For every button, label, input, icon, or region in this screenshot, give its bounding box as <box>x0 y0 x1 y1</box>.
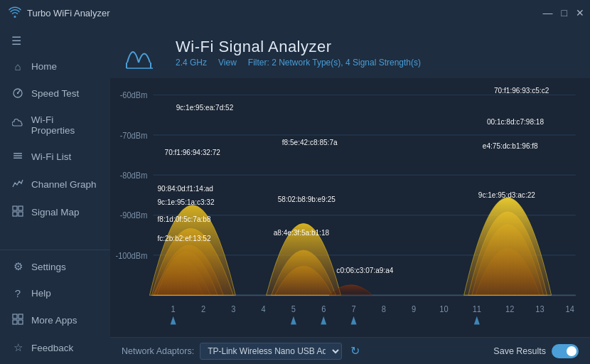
sidebar-item-settings[interactable]: ⚙ Settings <box>0 253 110 280</box>
svg-text:-70dBm: -70dBm <box>120 130 148 141</box>
svg-text:6: 6 <box>321 304 326 314</box>
svg-text:58:02:b8:9b:e9:25: 58:02:b8:9b:e9:25 <box>278 194 336 203</box>
svg-text:9: 9 <box>412 304 416 314</box>
svg-rect-8 <box>18 212 23 216</box>
chart-container: -60dBm -70dBm -80dBm -90dBm -100dBm <box>110 78 590 337</box>
refresh-button[interactable]: ↻ <box>350 344 360 358</box>
filter-link[interactable]: Filter: 2 Network Type(s), 4 Signal Stre… <box>248 58 421 68</box>
sidebar-item-label: Speed Test <box>31 88 79 99</box>
svg-rect-11 <box>13 320 17 324</box>
page-title: Wi-Fi Signal Analyzer <box>176 38 421 56</box>
svg-text:14: 14 <box>566 304 575 314</box>
svg-rect-10 <box>18 314 23 318</box>
svg-text:-100dBm: -100dBm <box>115 250 147 261</box>
svg-text:7: 7 <box>351 304 355 314</box>
svg-rect-14 <box>150 63 151 68</box>
svg-text:1: 1 <box>171 304 176 314</box>
svg-text:e4:75:dc:b1:96:f8: e4:75:dc:b1:96:f8 <box>483 141 538 150</box>
sidebar-item-label: Signal Map <box>31 207 80 218</box>
svg-text:-60dBm: -60dBm <box>120 90 148 100</box>
sidebar-item-wifi-properties[interactable]: Wi-Fi Properties <box>0 107 110 143</box>
more-apps-icon <box>11 314 24 327</box>
svg-rect-13 <box>126 63 127 68</box>
svg-text:13: 13 <box>535 304 545 314</box>
sidebar-item-help[interactable]: ? Help <box>0 280 110 306</box>
adaptor-select[interactable]: TP-Link Wireless Nano USB Adapter <box>200 343 342 360</box>
view-link[interactable]: View <box>218 58 237 68</box>
cloud-icon <box>11 119 24 132</box>
sidebar-item-label: Wi-Fi Properties <box>31 114 99 136</box>
header-text: Wi-Fi Signal Analyzer 2.4 GHz View Filte… <box>176 38 421 68</box>
svg-text:00:1c:8d:c7:98:18: 00:1c:8d:c7:98:18 <box>487 117 544 126</box>
sidebar-item-channel-graph[interactable]: Channel Graph <box>0 171 110 198</box>
home-icon: ⌂ <box>11 60 24 73</box>
svg-text:a8:4e:3f:5a:b1:18: a8:4e:3f:5a:b1:18 <box>274 228 329 237</box>
content-header: Wi-Fi Signal Analyzer 2.4 GHz View Filte… <box>110 26 590 78</box>
svg-rect-5 <box>13 206 17 210</box>
sidebar-item-label: Settings <box>31 262 66 272</box>
close-button[interactable]: ✕ <box>576 7 584 18</box>
svg-point-1 <box>17 92 18 94</box>
titlebar-controls: — □ ✕ <box>543 7 584 18</box>
svg-text:70:f1:96:94:32:72: 70:f1:96:94:32:72 <box>165 147 220 156</box>
svg-text:9c:1e:95:1a:c3:32: 9c:1e:95:1a:c3:32 <box>157 198 214 207</box>
main-layout: ☰ ⌂ Home Speed Test Wi-Fi Properties <box>0 26 590 364</box>
svg-rect-3 <box>14 155 22 156</box>
save-results: Save Results <box>493 344 579 358</box>
sidebar-spacer <box>0 226 110 247</box>
sidebar-item-label: Channel Graph <box>31 179 97 190</box>
analyzer-icon <box>124 34 164 71</box>
save-results-label: Save Results <box>493 346 546 356</box>
svg-rect-2 <box>14 153 22 154</box>
titlebar-left: Turbo WiFi Analyzer <box>9 6 110 19</box>
svg-text:fc:2b:b2:ef:13:52: fc:2b:b2:ef:13:52 <box>157 233 210 242</box>
list-icon <box>11 150 24 164</box>
signal-chart: -60dBm -70dBm -80dBm -90dBm -100dBm <box>110 78 590 337</box>
sidebar-item-label: More Apps <box>31 315 77 326</box>
svg-text:f8:1d:0f:5c:7a:b8: f8:1d:0f:5c:7a:b8 <box>157 214 210 223</box>
minimize-button[interactable]: — <box>543 7 553 18</box>
titlebar: Turbo WiFi Analyzer — □ ✕ <box>0 0 590 26</box>
svg-rect-4 <box>14 158 22 159</box>
svg-text:5: 5 <box>291 304 296 314</box>
sidebar-item-wifi-list[interactable]: Wi-Fi List <box>0 143 110 171</box>
sidebar-item-label: Feedback <box>31 343 73 353</box>
svg-text:f8:5e:42:c8:85:7a: f8:5e:42:c8:85:7a <box>282 137 338 146</box>
svg-text:c0:06:c3:07:a9:a4: c0:06:c3:07:a9:a4 <box>336 265 393 274</box>
hamburger-menu[interactable]: ☰ <box>0 28 110 53</box>
channel-graph-icon <box>11 178 24 191</box>
svg-text:-80dBm: -80dBm <box>120 170 148 181</box>
settings-icon: ⚙ <box>11 260 24 273</box>
help-icon: ? <box>11 287 24 299</box>
svg-rect-6 <box>18 206 23 210</box>
sidebar-item-feedback[interactable]: ☆ Feedback <box>0 334 110 361</box>
sidebar-item-more-apps[interactable]: More Apps <box>0 306 110 334</box>
sidebar-item-label: Wi-Fi List <box>31 151 71 162</box>
header-links: 2.4 GHz View Filter: 2 Network Type(s), … <box>176 58 421 68</box>
svg-rect-12 <box>18 320 23 324</box>
feedback-icon: ☆ <box>11 341 24 354</box>
svg-rect-9 <box>13 314 17 318</box>
sidebar-item-signal-map[interactable]: Signal Map <box>0 198 110 226</box>
footer-bar: Network Adaptors: TP-Link Wireless Nano … <box>110 337 590 364</box>
svg-text:-90dBm: -90dBm <box>120 210 148 220</box>
speedtest-icon <box>11 87 24 100</box>
sidebar-item-label: Home <box>31 61 57 72</box>
sidebar-item-speed-test[interactable]: Speed Test <box>0 80 110 107</box>
content-area: Wi-Fi Signal Analyzer 2.4 GHz View Filte… <box>110 26 590 364</box>
save-results-toggle[interactable] <box>552 344 579 358</box>
maximize-button[interactable]: □ <box>562 7 567 18</box>
svg-text:70:f1:96:93:c5:c2: 70:f1:96:93:c5:c2 <box>494 85 549 95</box>
sidebar-item-home[interactable]: ⌂ Home <box>0 53 110 80</box>
sidebar-item-label: Help <box>31 288 51 299</box>
freq-link[interactable]: 2.4 GHz <box>176 58 207 68</box>
sidebar: ☰ ⌂ Home Speed Test Wi-Fi Properties <box>0 26 110 364</box>
svg-text:3: 3 <box>231 304 235 314</box>
svg-text:2: 2 <box>201 304 205 314</box>
svg-text:4: 4 <box>262 304 266 314</box>
wifi-icon <box>9 6 21 19</box>
svg-text:11: 11 <box>473 304 482 314</box>
svg-text:9c:1e:95:ea:7d:52: 9c:1e:95:ea:7d:52 <box>176 102 234 112</box>
svg-text:8: 8 <box>382 304 386 314</box>
sidebar-divider <box>0 250 110 250</box>
